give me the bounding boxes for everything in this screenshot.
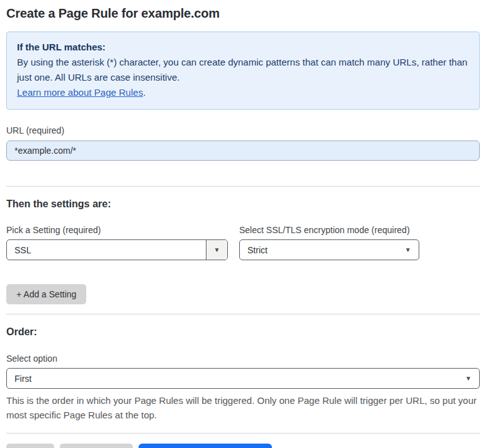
setting-select-value: SSL xyxy=(7,240,206,260)
save-as-draft-button[interactable]: Save as Draft xyxy=(60,444,133,448)
url-match-info-box: If the URL matches: By using the asteris… xyxy=(6,32,480,110)
info-box-body: By using the asterisk (*) character, you… xyxy=(17,55,469,85)
create-page-rule-form: Create a Page Rule for example.com If th… xyxy=(0,0,486,448)
setting-picker-col: Pick a Setting (required) SSL ▼ xyxy=(6,225,228,260)
link-suffix: . xyxy=(143,87,145,98)
ssl-mode-select[interactable]: Strict ▼ xyxy=(239,239,419,260)
url-field-label: URL (required) xyxy=(6,125,480,135)
setting-select[interactable]: SSL ▼ xyxy=(6,239,228,260)
info-box-link-line: Learn more about Page Rules. xyxy=(17,85,469,100)
ssl-mode-select-value: Strict xyxy=(240,240,397,260)
order-select-label: Select option xyxy=(6,353,480,364)
cancel-button[interactable]: Cancel xyxy=(6,444,54,448)
url-input[interactable] xyxy=(6,141,480,161)
divider xyxy=(6,314,480,314)
add-setting-button[interactable]: + Add a Setting xyxy=(6,284,86,304)
setting-picker-label: Pick a Setting (required) xyxy=(6,225,228,235)
info-box-heading: If the URL matches: xyxy=(17,40,469,55)
order-section-heading: Order: xyxy=(6,326,480,338)
settings-section-heading: Then the settings are: xyxy=(6,198,480,210)
ssl-mode-label: Select SSL/TLS encryption mode (required… xyxy=(239,225,419,235)
divider xyxy=(6,186,480,187)
learn-more-link[interactable]: Learn more about Page Rules xyxy=(17,87,143,98)
settings-row: Pick a Setting (required) SSL ▼ Select S… xyxy=(6,225,480,260)
chevron-down-icon: ▼ xyxy=(458,369,479,388)
chevron-down-icon[interactable]: ▼ xyxy=(206,240,227,260)
page-title: Create a Page Rule for example.com xyxy=(6,6,480,21)
order-help-text: This is the order in which your Page Rul… xyxy=(6,393,480,422)
chevron-down-icon: ▼ xyxy=(397,240,419,260)
order-select-value: First xyxy=(7,369,458,388)
save-and-deploy-button[interactable]: Save and Deploy Page Rule xyxy=(138,444,272,448)
order-select[interactable]: First ▼ xyxy=(6,368,480,389)
footer-actions: Cancel Save as Draft Save and Deploy Pag… xyxy=(6,444,480,448)
info-box-body-text: By using the asterisk (*) character, you… xyxy=(17,57,467,83)
ssl-mode-picker-col: Select SSL/TLS encryption mode (required… xyxy=(239,225,419,260)
divider xyxy=(6,433,480,434)
